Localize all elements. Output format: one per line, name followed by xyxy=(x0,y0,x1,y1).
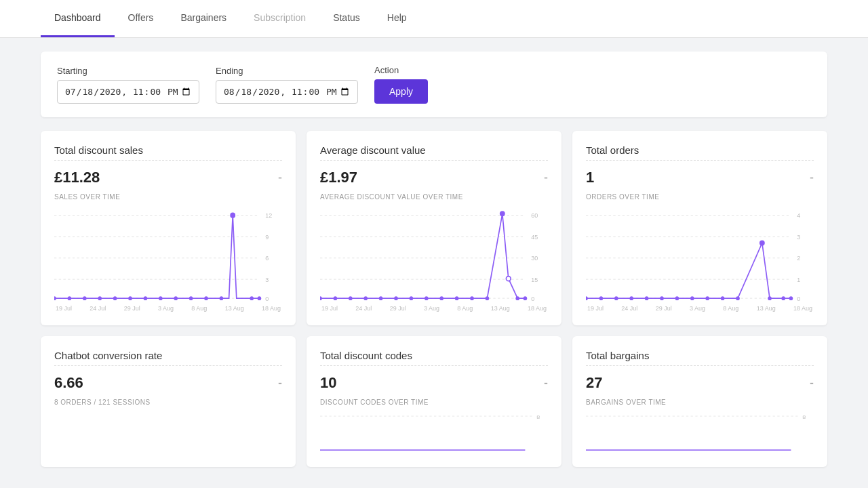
card-minus-3: - xyxy=(810,171,814,185)
svg-text:45: 45 xyxy=(531,234,538,241)
card-minus-5: - xyxy=(544,376,548,390)
card-value-row-5: 10 - xyxy=(320,374,548,392)
filter-card: Starting Ending Action Apply xyxy=(41,52,827,117)
x-labels-1: 19 Jul 24 Jul 29 Jul 3 Aug 8 Aug 13 Aug … xyxy=(54,305,282,312)
top-navigation: Dashboard Offers Bargainers Subscription… xyxy=(0,0,868,38)
svg-point-45 xyxy=(524,296,528,300)
bottom-cards-grid: Chatbot conversion rate 6.66 - 8 orders … xyxy=(41,336,827,467)
svg-point-67 xyxy=(760,240,765,245)
chart-1: 12 9 6 3 0 xyxy=(54,207,282,302)
chart-2: 60 45 30 15 0 xyxy=(320,207,548,302)
svg-point-35 xyxy=(394,296,398,300)
tab-help[interactable]: Help xyxy=(374,0,420,37)
svg-text:0: 0 xyxy=(797,296,800,302)
card-value-row-4: 6.66 - xyxy=(54,374,282,392)
svg-point-5 xyxy=(54,296,56,300)
svg-text:15: 15 xyxy=(531,277,538,283)
svg-text:6: 6 xyxy=(265,255,269,262)
svg-text:12: 12 xyxy=(265,212,272,219)
ending-label: Ending xyxy=(216,66,358,76)
ending-field: Ending xyxy=(216,66,358,104)
card-title-4: Chatbot conversion rate xyxy=(54,350,282,366)
apply-button[interactable]: Apply xyxy=(374,79,428,104)
tab-dashboard[interactable]: Dashboard xyxy=(41,0,115,37)
svg-point-38 xyxy=(439,296,443,300)
partial-chart-6: 8 xyxy=(586,413,814,453)
svg-point-14 xyxy=(189,296,193,300)
card-subtitle-6: Bargains over time xyxy=(586,399,814,406)
svg-point-66 xyxy=(736,296,740,300)
card-value-row-6: 27 - xyxy=(586,374,814,392)
top-cards-grid: Total discount sales £11.28 - Sales over… xyxy=(41,131,827,325)
tab-offers[interactable]: Offers xyxy=(115,0,167,37)
svg-point-39 xyxy=(455,296,459,300)
svg-point-9 xyxy=(113,296,117,300)
card-value-1: £11.28 xyxy=(54,169,100,186)
svg-text:30: 30 xyxy=(531,255,538,262)
svg-point-57 xyxy=(599,296,604,300)
card-total-discount-sales: Total discount sales £11.28 - Sales over… xyxy=(41,131,296,325)
svg-point-68 xyxy=(768,296,772,300)
svg-point-36 xyxy=(410,296,414,300)
svg-text:3: 3 xyxy=(265,277,269,283)
svg-point-40 xyxy=(470,296,474,300)
svg-point-6 xyxy=(68,296,72,300)
svg-point-32 xyxy=(349,296,353,300)
svg-text:8: 8 xyxy=(802,413,806,420)
svg-point-13 xyxy=(174,296,178,300)
svg-text:0: 0 xyxy=(265,296,269,302)
svg-text:4: 4 xyxy=(797,212,800,219)
nav-tabs: Dashboard Offers Bargainers Subscription… xyxy=(41,0,827,37)
tab-status[interactable]: Status xyxy=(319,0,374,37)
svg-text:0: 0 xyxy=(531,296,534,302)
svg-point-43 xyxy=(506,277,511,281)
svg-point-33 xyxy=(363,296,368,300)
svg-point-65 xyxy=(721,296,725,300)
card-info-4: 8 orders / 121 sessions xyxy=(54,399,282,406)
svg-point-56 xyxy=(586,296,588,300)
ending-input[interactable] xyxy=(216,80,358,104)
card-total-orders: Total orders 1 - Orders over time xyxy=(572,131,827,325)
svg-point-70 xyxy=(789,296,793,300)
tab-bargainers[interactable]: Bargainers xyxy=(167,0,240,37)
svg-point-41 xyxy=(486,296,490,300)
svg-point-31 xyxy=(334,296,338,300)
svg-text:1: 1 xyxy=(797,277,800,283)
card-subtitle-2: Average discount value over time xyxy=(320,193,548,201)
card-total-bargains: Total bargains 27 - Bargains over time 8 xyxy=(572,336,827,467)
card-avg-discount-value: Average discount value £1.97 - Average d… xyxy=(307,131,561,325)
svg-point-37 xyxy=(425,296,429,300)
card-title-6: Total bargains xyxy=(586,350,814,366)
svg-point-10 xyxy=(128,296,132,300)
svg-point-18 xyxy=(250,296,254,300)
card-subtitle-1: Sales over time xyxy=(54,193,282,201)
card-title-2: Average discount value xyxy=(320,144,548,161)
svg-point-44 xyxy=(515,296,519,300)
svg-point-42 xyxy=(500,211,505,216)
card-minus-4: - xyxy=(278,376,282,390)
svg-point-19 xyxy=(258,296,262,300)
card-value-row-1: £11.28 - xyxy=(54,169,282,186)
svg-point-64 xyxy=(705,296,709,300)
svg-point-61 xyxy=(660,296,664,300)
main-content: Starting Ending Action Apply Total disco… xyxy=(0,38,868,481)
svg-point-62 xyxy=(675,296,679,300)
card-minus-2: - xyxy=(544,171,548,185)
starting-input[interactable] xyxy=(57,80,199,104)
svg-point-34 xyxy=(379,296,383,300)
tab-subscription[interactable]: Subscription xyxy=(240,0,319,37)
svg-text:9: 9 xyxy=(265,234,269,241)
svg-point-7 xyxy=(83,296,87,300)
starting-field: Starting xyxy=(57,66,199,104)
card-value-3: 1 xyxy=(586,169,594,186)
card-value-row-2: £1.97 - xyxy=(320,169,548,186)
card-chatbot-conversion: Chatbot conversion rate 6.66 - 8 orders … xyxy=(41,336,296,467)
card-title-5: Total discount codes xyxy=(320,350,548,366)
card-value-4: 6.66 xyxy=(54,374,83,392)
action-field: Action Apply xyxy=(374,65,428,104)
svg-point-16 xyxy=(220,296,224,300)
svg-point-11 xyxy=(144,296,148,300)
card-value-row-3: 1 - xyxy=(586,169,814,186)
card-total-discount-codes: Total discount codes 10 - Discount codes… xyxy=(307,336,561,467)
svg-text:60: 60 xyxy=(531,212,538,219)
